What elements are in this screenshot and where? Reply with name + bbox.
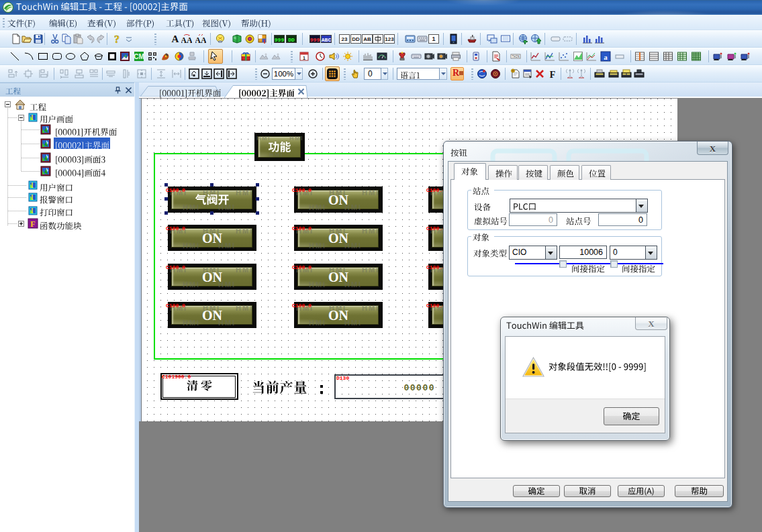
svg-text:ABC: ABC (322, 37, 332, 43)
svg-text:A: A (172, 34, 179, 44)
svg-text:999: 999 (310, 37, 320, 43)
svg-text:a: a (604, 53, 608, 61)
svg-text:999: 999 (275, 37, 285, 43)
svg-text:AB: AB (363, 36, 371, 42)
svg-text:DD: DD (288, 37, 295, 43)
svg-text:F: F (30, 219, 35, 229)
svg-text:THIN: THIN (512, 55, 520, 58)
svg-text:1: 1 (432, 36, 435, 42)
svg-text:123: 123 (385, 36, 394, 42)
svg-text:F: F (550, 70, 556, 80)
svg-text:DD: DD (352, 36, 360, 42)
svg-text:AA: AA (195, 36, 206, 44)
svg-text:AA: AA (181, 36, 192, 44)
svg-text:?: ? (114, 34, 120, 44)
svg-text:CM: CM (134, 53, 144, 60)
svg-text:23: 23 (342, 36, 348, 42)
svg-text:1: 1 (303, 56, 305, 60)
